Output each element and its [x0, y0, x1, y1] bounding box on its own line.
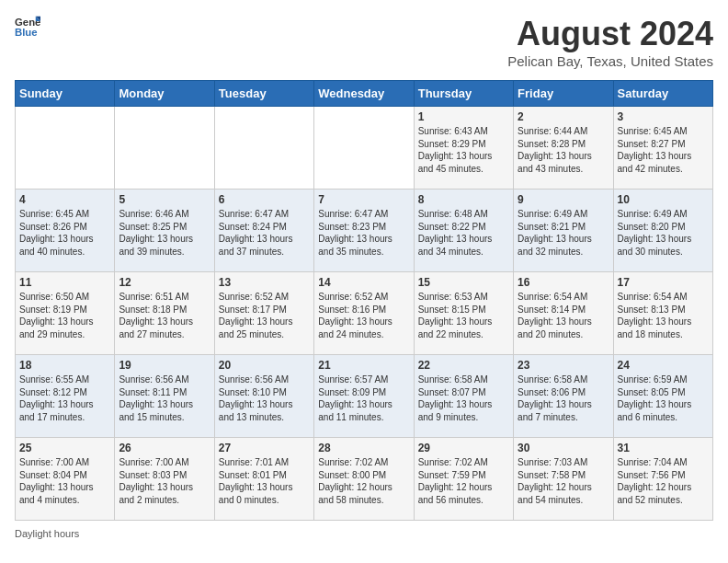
day-number: 25: [19, 442, 110, 454]
day-number: 4: [19, 193, 110, 206]
day-cell: 13Sunrise: 6:52 AM Sunset: 8:17 PM Dayli…: [214, 272, 313, 355]
day-cell: 21Sunrise: 6:57 AM Sunset: 8:09 PM Dayli…: [314, 355, 414, 438]
day-cell: 22Sunrise: 6:58 AM Sunset: 8:07 PM Dayli…: [414, 355, 513, 438]
day-info: Sunrise: 6:55 AM Sunset: 8:12 PM Dayligh…: [19, 373, 110, 423]
day-info: Sunrise: 6:54 AM Sunset: 8:13 PM Dayligh…: [618, 291, 709, 340]
day-info: Sunrise: 7:04 AM Sunset: 7:56 PM Dayligh…: [618, 456, 709, 506]
day-info: Sunrise: 6:44 AM Sunset: 8:28 PM Dayligh…: [518, 125, 609, 175]
day-number: 6: [219, 193, 310, 206]
day-cell: 19Sunrise: 6:56 AM Sunset: 8:11 PM Dayli…: [115, 355, 214, 438]
day-info: Sunrise: 6:58 AM Sunset: 8:06 PM Dayligh…: [518, 373, 609, 423]
day-number: 22: [418, 359, 509, 372]
day-cell: 27Sunrise: 7:01 AM Sunset: 8:01 PM Dayli…: [214, 438, 313, 521]
day-info: Sunrise: 6:43 AM Sunset: 8:29 PM Dayligh…: [418, 125, 509, 175]
day-info: Sunrise: 6:45 AM Sunset: 8:26 PM Dayligh…: [19, 208, 110, 258]
day-cell: 24Sunrise: 6:59 AM Sunset: 8:05 PM Dayli…: [613, 355, 712, 438]
day-cell: 2Sunrise: 6:44 AM Sunset: 8:28 PM Daylig…: [514, 107, 613, 190]
day-number: 27: [219, 442, 310, 454]
day-number: 26: [119, 442, 210, 454]
day-info: Sunrise: 6:45 AM Sunset: 8:27 PM Dayligh…: [618, 125, 709, 175]
header: General Blue August 2024 Pelican Bay, Te…: [15, 15, 713, 69]
day-info: Sunrise: 7:02 AM Sunset: 8:00 PM Dayligh…: [318, 456, 409, 506]
week-row-3: 11Sunrise: 6:50 AM Sunset: 8:19 PM Dayli…: [16, 272, 713, 355]
day-cell: 9Sunrise: 6:49 AM Sunset: 8:21 PM Daylig…: [514, 190, 613, 272]
day-info: Sunrise: 6:47 AM Sunset: 8:24 PM Dayligh…: [219, 208, 310, 258]
day-number: 29: [418, 442, 509, 454]
col-header-friday: Friday: [514, 81, 613, 107]
day-cell: 8Sunrise: 6:48 AM Sunset: 8:22 PM Daylig…: [414, 190, 513, 272]
day-cell: 10Sunrise: 6:49 AM Sunset: 8:20 PM Dayli…: [613, 190, 712, 272]
day-cell: [314, 107, 414, 190]
day-cell: 7Sunrise: 6:47 AM Sunset: 8:23 PM Daylig…: [314, 190, 414, 272]
day-number: 10: [618, 193, 709, 206]
day-cell: 6Sunrise: 6:47 AM Sunset: 8:24 PM Daylig…: [214, 190, 313, 272]
day-number: 19: [119, 359, 210, 372]
day-info: Sunrise: 6:54 AM Sunset: 8:14 PM Dayligh…: [518, 291, 609, 340]
col-header-tuesday: Tuesday: [214, 81, 313, 107]
day-number: 13: [219, 276, 310, 289]
logo: General Blue: [15, 15, 40, 40]
day-info: Sunrise: 6:51 AM Sunset: 8:18 PM Dayligh…: [119, 291, 210, 340]
day-cell: 28Sunrise: 7:02 AM Sunset: 8:00 PM Dayli…: [314, 438, 414, 521]
day-number: 5: [119, 193, 210, 206]
day-cell: 25Sunrise: 7:00 AM Sunset: 8:04 PM Dayli…: [16, 438, 115, 521]
col-header-thursday: Thursday: [414, 81, 513, 107]
header-row: SundayMondayTuesdayWednesdayThursdayFrid…: [16, 81, 713, 107]
day-number: 23: [518, 359, 609, 372]
day-info: Sunrise: 7:03 AM Sunset: 7:58 PM Dayligh…: [518, 456, 609, 506]
day-number: 8: [418, 193, 509, 206]
day-cell: 23Sunrise: 6:58 AM Sunset: 8:06 PM Dayli…: [514, 355, 613, 438]
day-info: Sunrise: 6:53 AM Sunset: 8:15 PM Dayligh…: [418, 291, 509, 340]
day-number: 1: [418, 110, 509, 123]
day-number: 16: [518, 276, 609, 289]
day-cell: [115, 107, 214, 190]
day-number: 24: [618, 359, 709, 372]
day-cell: 20Sunrise: 6:56 AM Sunset: 8:10 PM Dayli…: [214, 355, 313, 438]
day-cell: 5Sunrise: 6:46 AM Sunset: 8:25 PM Daylig…: [115, 190, 214, 272]
day-cell: 12Sunrise: 6:51 AM Sunset: 8:18 PM Dayli…: [115, 272, 214, 355]
daylight-footer: Daylight hours: [15, 528, 713, 539]
week-row-5: 25Sunrise: 7:00 AM Sunset: 8:04 PM Dayli…: [16, 438, 713, 521]
week-row-4: 18Sunrise: 6:55 AM Sunset: 8:12 PM Dayli…: [16, 355, 713, 438]
title-area: August 2024 Pelican Bay, Texas, United S…: [507, 15, 713, 69]
day-info: Sunrise: 7:02 AM Sunset: 7:59 PM Dayligh…: [418, 456, 509, 506]
day-cell: 1Sunrise: 6:43 AM Sunset: 8:29 PM Daylig…: [414, 107, 513, 190]
day-info: Sunrise: 6:57 AM Sunset: 8:09 PM Dayligh…: [318, 373, 409, 423]
day-cell: 4Sunrise: 6:45 AM Sunset: 8:26 PM Daylig…: [16, 190, 115, 272]
day-cell: [214, 107, 313, 190]
day-number: 15: [418, 276, 509, 289]
day-number: 28: [318, 442, 409, 454]
day-cell: 15Sunrise: 6:53 AM Sunset: 8:15 PM Dayli…: [414, 272, 513, 355]
col-header-saturday: Saturday: [613, 81, 712, 107]
day-cell: 29Sunrise: 7:02 AM Sunset: 7:59 PM Dayli…: [414, 438, 513, 521]
day-info: Sunrise: 6:59 AM Sunset: 8:05 PM Dayligh…: [618, 373, 709, 423]
day-number: 3: [618, 110, 709, 123]
svg-text:Blue: Blue: [15, 27, 38, 38]
day-cell: [16, 107, 115, 190]
col-header-monday: Monday: [115, 81, 214, 107]
col-header-wednesday: Wednesday: [314, 81, 414, 107]
day-info: Sunrise: 6:47 AM Sunset: 8:23 PM Dayligh…: [318, 208, 409, 258]
day-number: 30: [518, 442, 609, 454]
day-cell: 31Sunrise: 7:04 AM Sunset: 7:56 PM Dayli…: [613, 438, 712, 521]
day-info: Sunrise: 7:00 AM Sunset: 8:04 PM Dayligh…: [19, 456, 110, 506]
day-cell: 30Sunrise: 7:03 AM Sunset: 7:58 PM Dayli…: [514, 438, 613, 521]
day-cell: 18Sunrise: 6:55 AM Sunset: 8:12 PM Dayli…: [16, 355, 115, 438]
day-info: Sunrise: 6:48 AM Sunset: 8:22 PM Dayligh…: [418, 208, 509, 258]
day-info: Sunrise: 6:50 AM Sunset: 8:19 PM Dayligh…: [19, 291, 110, 340]
day-number: 20: [219, 359, 310, 372]
day-number: 2: [518, 110, 609, 123]
day-cell: 16Sunrise: 6:54 AM Sunset: 8:14 PM Dayli…: [514, 272, 613, 355]
day-number: 11: [19, 276, 110, 289]
day-number: 21: [318, 359, 409, 372]
day-number: 31: [618, 442, 709, 454]
day-number: 7: [318, 193, 409, 206]
day-cell: 17Sunrise: 6:54 AM Sunset: 8:13 PM Dayli…: [613, 272, 712, 355]
day-info: Sunrise: 6:49 AM Sunset: 8:20 PM Dayligh…: [618, 208, 709, 258]
week-row-1: 1Sunrise: 6:43 AM Sunset: 8:29 PM Daylig…: [16, 107, 713, 190]
day-cell: 11Sunrise: 6:50 AM Sunset: 8:19 PM Dayli…: [16, 272, 115, 355]
day-number: 9: [518, 193, 609, 206]
day-number: 17: [618, 276, 709, 289]
week-row-2: 4Sunrise: 6:45 AM Sunset: 8:26 PM Daylig…: [16, 190, 713, 272]
day-info: Sunrise: 6:56 AM Sunset: 8:11 PM Dayligh…: [119, 373, 210, 423]
